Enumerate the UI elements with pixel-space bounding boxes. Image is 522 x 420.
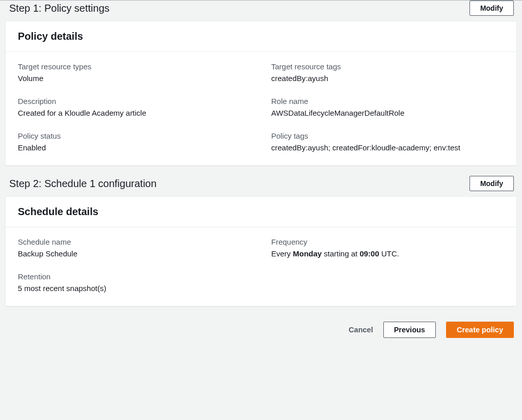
field-retention: Retention 5 most recent snapshot(s)	[18, 272, 251, 294]
cancel-button[interactable]: Cancel	[349, 326, 373, 334]
field-label: Description	[18, 97, 251, 106]
field-label: Policy tags	[271, 132, 504, 140]
field-schedule-name: Schedule name Backup Schedule	[18, 238, 251, 259]
field-role-name: Role name AWSDataLifecycleManagerDefault…	[271, 97, 504, 118]
create-policy-button[interactable]: Create policy	[446, 322, 514, 338]
frequency-time: 09:00	[359, 249, 379, 258]
schedule-details-card-header: Schedule details	[6, 197, 516, 227]
step1-title: Step 1: Policy settings	[9, 3, 110, 14]
field-value: Backup Schedule	[18, 248, 251, 259]
step1-modify-button[interactable]: Modify	[469, 1, 514, 16]
frequency-mid: starting at	[322, 249, 359, 258]
policy-details-card-body: Target resource types Volume Target reso…	[6, 52, 516, 165]
field-value: createdBy:ayush	[271, 73, 504, 84]
field-value: Volume	[18, 73, 251, 84]
field-label: Target resource tags	[271, 62, 504, 71]
schedule-details-card: Schedule details Schedule name Backup Sc…	[5, 196, 517, 306]
schedule-details-card-body: Schedule name Backup Schedule Frequency …	[6, 227, 516, 306]
frequency-prefix: Every	[271, 249, 293, 258]
field-value: Created for a Kloudle Academy article	[18, 108, 251, 118]
step2-modify-button[interactable]: Modify	[469, 176, 514, 191]
schedule-details-card-title: Schedule details	[18, 206, 504, 218]
field-value: Every Monday starting at 09:00 UTC.	[271, 248, 504, 259]
field-frequency: Frequency Every Monday starting at 09:00…	[271, 238, 504, 259]
wizard-footer: Cancel Previous Create policy	[0, 317, 522, 346]
policy-details-card-header: Policy details	[6, 21, 516, 52]
previous-button[interactable]: Previous	[383, 322, 436, 338]
field-label: Frequency	[271, 238, 504, 246]
policy-details-card-title: Policy details	[18, 31, 504, 42]
field-label: Role name	[271, 97, 504, 106]
field-label: Target resource types	[18, 62, 251, 71]
field-policy-tags: Policy tags createdBy:ayush; createdFor:…	[271, 132, 504, 153]
field-value: createdBy:ayush; createdFor:kloudle-acad…	[271, 142, 504, 153]
field-label: Policy status	[18, 132, 251, 140]
field-target-resource-tags: Target resource tags createdBy:ayush	[271, 62, 504, 84]
frequency-suffix: UTC.	[379, 249, 399, 258]
field-label: Schedule name	[18, 238, 251, 246]
field-value: 5 most recent snapshot(s)	[18, 283, 251, 294]
field-description: Description Created for a Kloudle Academ…	[18, 97, 251, 118]
step2-header: Step 2: Schedule 1 configuration Modify	[0, 176, 522, 191]
field-value: AWSDataLifecycleManagerDefaultRole	[271, 108, 504, 118]
field-policy-status: Policy status Enabled	[18, 132, 251, 153]
field-target-resource-types: Target resource types Volume	[18, 62, 251, 84]
frequency-day: Monday	[293, 249, 322, 258]
step1-header: Step 1: Policy settings Modify	[0, 0, 522, 16]
step2-title: Step 2: Schedule 1 configuration	[9, 178, 156, 190]
policy-details-card: Policy details Target resource types Vol…	[5, 21, 517, 166]
field-value: Enabled	[18, 142, 251, 153]
field-label: Retention	[18, 272, 251, 281]
